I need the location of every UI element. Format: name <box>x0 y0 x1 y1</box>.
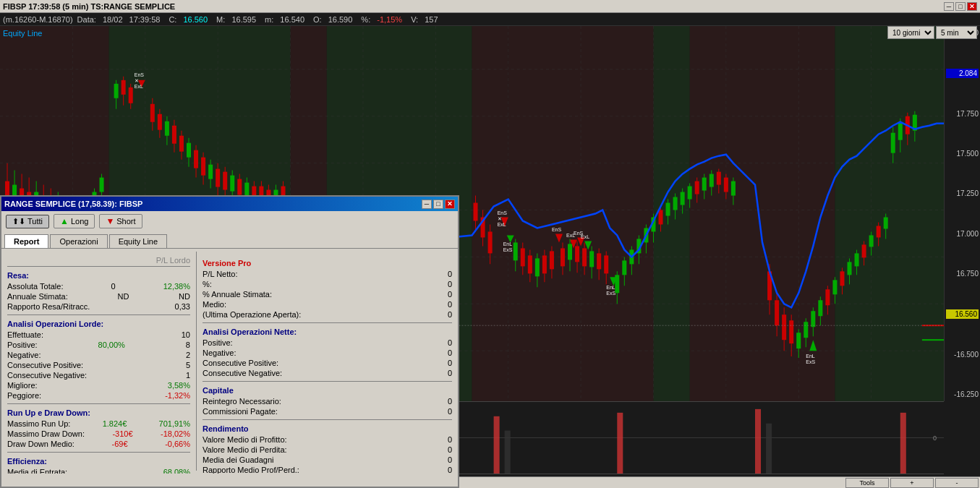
filter-all-label: Tutti <box>27 217 43 226</box>
panel-close-button[interactable]: ✕ <box>445 200 455 209</box>
media-entrata-row: Media di Entrata: 68,08% <box>7 467 190 474</box>
tab-report[interactable]: Report <box>4 234 48 248</box>
filter-long-button[interactable]: ▲ Long <box>54 214 95 228</box>
drawdown-medio-row: Draw Down Medio: -69€ -0,66% <box>7 439 190 449</box>
nette-positive-row: Positive: 0 <box>203 338 452 348</box>
close-label: C: 16.560 <box>169 15 212 24</box>
svg-rect-171 <box>666 203 670 216</box>
negative-val: 2 <box>186 351 190 359</box>
price-17500: 17.500 <box>946 150 979 158</box>
svg-text:ExL: ExL <box>498 222 506 227</box>
filter-short-button[interactable]: ▼ Short <box>99 214 142 228</box>
scroll-right-button[interactable]: - <box>935 478 979 488</box>
migliore-row: Migliore: 3,58% <box>7 380 190 390</box>
pl-netto-label: P/L Netto: <box>203 270 238 278</box>
svg-rect-150 <box>597 253 601 269</box>
window-title: FIBSP 17:39:58 (5 min) TS:RANGE SEMPLICE <box>3 2 175 11</box>
date-label: Data: 18/02 17:39:58 <box>77 15 165 24</box>
svg-rect-142 <box>568 244 572 260</box>
panel-title: RANGE SEMPLICE (17,58.39): FIBSP <box>4 200 142 208</box>
svg-rect-85 <box>208 165 213 179</box>
panel-content: P/L Lordo Resa: Assoluta Totale: 0 12,38… <box>1 249 458 474</box>
nette-consec-pos-val: 0 <box>448 359 452 367</box>
analisi-lorde-label: Analisi Operazioni Lorde: <box>7 320 190 328</box>
positive-label: Positive: <box>7 341 38 349</box>
massimo-runup-val1: 1.824€ <box>103 419 127 428</box>
panel-maximize-button[interactable]: □ <box>433 200 443 209</box>
annuale-stimata-val2: ND <box>179 292 190 301</box>
medio-val: 0 <box>448 300 452 309</box>
svg-rect-146 <box>582 248 587 266</box>
maximize-button[interactable]: □ <box>955 2 966 11</box>
svg-rect-173 <box>673 197 678 210</box>
svg-text:EnL: EnL <box>806 354 815 359</box>
massimo-runup-val2: 701,91% <box>159 419 190 428</box>
panel: RANGE SEMPLICE (17,58.39): FIBSP ─ □ ✕ ⬆… <box>0 195 459 488</box>
svg-rect-83 <box>201 158 205 176</box>
right-column: Versione Pro P/L Netto: 0 %: 0 % Annuale… <box>197 252 458 471</box>
filter-all-button[interactable]: ⬆⬇ Tutti <box>6 215 49 228</box>
reintegro-val: 0 <box>448 397 452 406</box>
tools-button[interactable]: Tools <box>845 478 889 488</box>
separator-r1 <box>203 322 452 323</box>
panel-minimize-button[interactable]: ─ <box>422 200 432 209</box>
svg-text:ExL: ExL <box>581 234 589 239</box>
ultima-op-row: (Ultima Operazione Aperta): 0 <box>203 309 452 320</box>
svg-rect-204 <box>804 322 808 338</box>
rapporto-medio-val: 0 <box>448 466 452 474</box>
massimo-drawdown-val2: -18,02% <box>161 429 190 438</box>
timeframe-select[interactable]: 5 min 1 min 15 min 1 ora <box>936 26 977 39</box>
annuale-stimata-label: Annuale Stimata: <box>7 292 68 301</box>
tab-operazioni[interactable]: Operazioni <box>50 234 107 248</box>
svg-rect-228 <box>891 133 895 153</box>
svg-text:ExS: ExS <box>606 291 615 296</box>
svg-rect-59 <box>114 84 119 98</box>
effettuate-row: Effettuate: 10 <box>7 330 190 340</box>
nette-positive-label: Positive: <box>203 338 233 347</box>
svg-rect-250 <box>755 409 761 474</box>
panel-controls[interactable]: ─ □ ✕ <box>422 200 455 209</box>
rapporto-medio-label: Rapporto Medio Prof/Perd.: <box>203 466 299 474</box>
arrow-down-icon: ▼ <box>106 216 114 226</box>
svg-rect-124 <box>528 255 532 273</box>
peggiore-row: Peggiore: -1,32% <box>7 390 190 401</box>
tab-equity-line[interactable]: Equity Line <box>109 234 167 248</box>
rapporto-resa-val: 0,33 <box>175 302 190 311</box>
svg-rect-214 <box>840 271 844 286</box>
consecutive-pos-label: Consecutive Positive: <box>7 361 83 369</box>
top-controls[interactable]: 10 giorni 5 giorni 1 mese 5 min 1 min 15… <box>887 26 977 39</box>
price-scale: 18.000 2.084 17.750 17.500 17.250 17.000… <box>944 26 980 401</box>
panel-title-bar: RANGE SEMPLICE (17,58.39): FIBSP ─ □ ✕ <box>1 197 458 211</box>
svg-rect-75 <box>172 126 176 144</box>
massimo-drawdown-label: Massimo Draw Down: <box>7 429 85 438</box>
title-bar-controls[interactable]: ─ □ ✕ <box>944 2 977 11</box>
media-guadagni-val: 0 <box>448 455 452 464</box>
close-button[interactable]: ✕ <box>967 2 977 11</box>
scroll-left-button[interactable]: + <box>890 478 934 488</box>
svg-rect-249 <box>617 413 623 474</box>
migliore-val: 3,58% <box>168 381 190 390</box>
period-select[interactable]: 10 giorni 5 giorni 1 mese <box>887 26 934 39</box>
separator-3 <box>7 452 190 453</box>
svg-rect-120 <box>514 242 518 260</box>
pct-annuale-val: 0 <box>448 290 452 299</box>
svg-rect-63 <box>129 87 133 103</box>
pct-label: %: -1,15% <box>361 15 406 24</box>
svg-rect-197 <box>789 320 793 343</box>
filter-short-label: Short <box>116 217 135 226</box>
svg-rect-252 <box>900 413 906 474</box>
svg-rect-218 <box>855 253 859 266</box>
svg-rect-152 <box>604 255 608 273</box>
open-label: O: 16.590 <box>313 15 357 24</box>
medio-row: Medio: 0 <box>203 299 452 309</box>
svg-rect-220 <box>862 244 866 257</box>
svg-rect-9 <box>835 26 944 401</box>
capitale-section-label: Capitale <box>203 386 452 395</box>
svg-rect-79 <box>187 143 191 158</box>
val-medio-profitto-val: 0 <box>448 435 452 444</box>
arrows-icon: ⬆⬇ <box>12 217 25 226</box>
svg-rect-122 <box>521 248 525 266</box>
minimize-button[interactable]: ─ <box>944 2 954 11</box>
svg-rect-216 <box>847 262 851 275</box>
filter-long-label: Long <box>71 217 88 226</box>
